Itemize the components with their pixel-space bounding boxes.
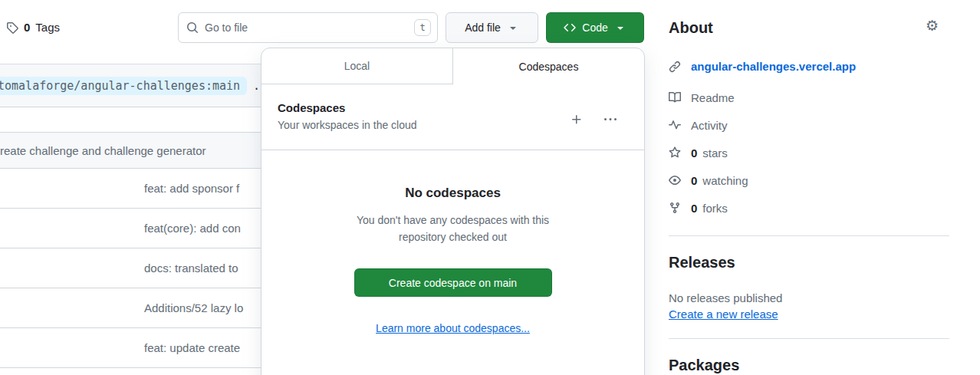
activity-link[interactable]: Activity xyxy=(669,118,949,132)
code-dropdown-tabs: Local Codespaces xyxy=(261,48,644,84)
chevron-down-icon xyxy=(614,21,626,34)
about-item-label: Readme xyxy=(691,91,735,104)
tags-count: 0 xyxy=(24,21,30,34)
plus-icon xyxy=(571,113,583,126)
repository-page: 0 Tags t Add file Code tomalaforge/angul… xyxy=(0,0,980,375)
search-icon xyxy=(186,21,199,34)
branch-ref[interactable]: tomalaforge/angular-challenges:main xyxy=(0,77,247,95)
no-codespaces-title: No codespaces xyxy=(261,186,644,201)
tag-icon xyxy=(6,21,18,34)
table-row[interactable]: feat(core): add con xyxy=(0,209,276,248)
table-row[interactable]: Additions/52 lazy lo xyxy=(0,288,276,328)
table-row[interactable]: feat: add sponsor f xyxy=(0,169,276,209)
about-item-label: Activity xyxy=(691,119,728,132)
latest-commit-message[interactable]: reate challenge and challenge generator xyxy=(0,144,206,157)
create-release-link[interactable]: Create a new release xyxy=(669,308,778,321)
website-link[interactable]: angular-challenges.vercel.app xyxy=(691,60,856,73)
stars-link[interactable]: 0 stars xyxy=(669,146,949,160)
file-table: feat: add sponsor f feat(core): add con … xyxy=(0,169,276,368)
about-item-label: forks xyxy=(702,202,728,215)
learn-more-link[interactable]: Learn more about codespaces... xyxy=(376,322,530,334)
commit-message[interactable]: Additions/52 lazy lo xyxy=(144,301,243,314)
latest-commit-row[interactable]: reate challenge and challenge generator xyxy=(0,132,276,169)
stars-count: 0 xyxy=(691,146,697,160)
about-title: About xyxy=(669,19,949,36)
tags-link[interactable]: 0 Tags xyxy=(6,21,60,34)
add-file-button[interactable]: Add file xyxy=(446,12,538,43)
tags-label: Tags xyxy=(35,21,60,34)
pulse-icon xyxy=(669,119,681,131)
link-icon xyxy=(669,61,681,73)
readme-link[interactable]: Readme xyxy=(669,90,949,104)
releases-title: Releases xyxy=(669,254,949,271)
watching-link[interactable]: 0 watching xyxy=(669,173,949,187)
commit-message[interactable]: feat(core): add con xyxy=(144,222,241,235)
commit-message[interactable]: docs: translated to xyxy=(144,262,238,275)
fork-icon xyxy=(669,202,681,214)
no-codespaces-description: You don't have any codespaces with this … xyxy=(338,212,568,245)
eye-icon xyxy=(669,174,681,186)
commit-message[interactable]: feat: add sponsor f xyxy=(144,182,239,195)
table-row[interactable]: feat: update create xyxy=(0,328,276,368)
table-row[interactable]: docs: translated to xyxy=(0,248,276,288)
releases-empty-text: No releases published xyxy=(669,291,949,304)
about-sidebar: About ⚙ angular-challenges.vercel.app Re… xyxy=(669,0,949,373)
forks-count: 0 xyxy=(691,202,697,215)
gear-icon: ⚙ xyxy=(926,18,939,34)
search-input[interactable] xyxy=(205,21,408,34)
create-codespace-button[interactable]: Create codespace on main xyxy=(354,268,552,297)
about-item-label: stars xyxy=(702,146,728,160)
edit-repo-details-button[interactable]: ⚙ xyxy=(926,18,939,33)
code-button[interactable]: Code xyxy=(546,12,644,43)
new-codespace-button[interactable] xyxy=(571,113,583,126)
forks-link[interactable]: 0 forks xyxy=(669,201,949,215)
go-to-file-search[interactable]: t xyxy=(178,12,438,43)
tab-local[interactable]: Local xyxy=(261,48,452,84)
commit-message[interactable]: feat: update create xyxy=(144,341,240,354)
sidebar-divider xyxy=(669,338,949,339)
code-icon xyxy=(564,21,576,34)
sidebar-divider xyxy=(669,235,949,236)
about-item-label: watching xyxy=(702,174,748,187)
branch-ref-suffix: . xyxy=(253,79,260,93)
codespaces-empty-state: No codespaces You don't have any codespa… xyxy=(261,150,644,335)
watching-count: 0 xyxy=(691,174,697,187)
star-icon xyxy=(669,146,681,159)
codespace-options-button[interactable] xyxy=(604,113,617,126)
kebab-horizontal-icon xyxy=(604,113,617,126)
code-button-label: Code xyxy=(582,21,607,34)
branch-reference-bar: tomalaforge/angular-challenges:main . xyxy=(0,64,276,107)
chevron-down-icon xyxy=(507,21,519,34)
code-dropdown-panel: Local Codespaces Codespaces Your workspa… xyxy=(261,48,645,375)
codespaces-title: Codespaces xyxy=(278,101,632,114)
tab-codespaces[interactable]: Codespaces xyxy=(452,48,644,84)
add-file-label: Add file xyxy=(465,21,501,34)
book-icon xyxy=(669,91,681,104)
codespaces-header: Codespaces Your workspaces in the cloud xyxy=(261,84,644,150)
search-shortcut-key: t xyxy=(414,19,431,36)
packages-title: Packages xyxy=(669,357,949,373)
